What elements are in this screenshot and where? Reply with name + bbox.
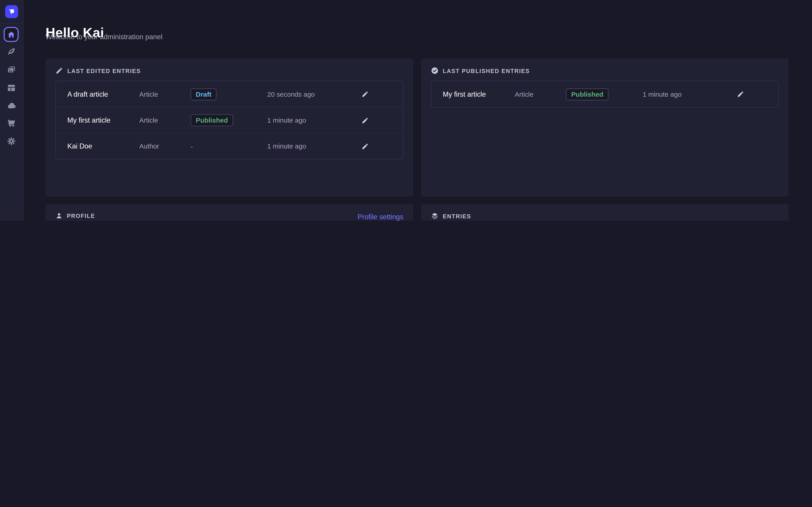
strapi-logo[interactable] (5, 5, 18, 18)
sidebar-item-deploy[interactable] (5, 99, 17, 112)
sidebar-item-media-library[interactable] (5, 64, 17, 76)
entry-name: A draft article (67, 90, 139, 98)
entry-type: Article (515, 90, 566, 98)
sidebar-item-content-manager[interactable] (5, 46, 17, 58)
panel-title: PROFILE (67, 213, 95, 219)
pencil-icon (55, 67, 63, 74)
layout-icon (7, 83, 16, 93)
logo-zone (0, 0, 23, 24)
panel-title: LAST EDITED ENTRIES (67, 68, 141, 74)
edit-entry-button[interactable] (362, 117, 369, 124)
last-edited-table: A draft article Article Draft 20 seconds… (55, 81, 404, 159)
strapi-logo-icon (7, 7, 16, 16)
pencil-icon (737, 91, 744, 98)
status-badge: Published (566, 88, 609, 100)
edit-entry-button[interactable] (362, 143, 369, 150)
panel-title: ENTRIES (443, 213, 471, 219)
status-badge: Draft (191, 88, 217, 100)
entries-panel: ENTRIES 3 entries Draft (421, 204, 789, 221)
main-content: Hello Kai Welcome to your administration… (23, 0, 812, 221)
pencil-icon (362, 143, 369, 150)
profile-panel: PROFILE Profile settings KD Kai Doe kai.… (46, 204, 413, 221)
feather-icon (7, 47, 16, 56)
entry-type: Article (139, 90, 191, 98)
entry-updated-time: 1 minute ago (643, 90, 721, 98)
table-row[interactable]: Kai Doe Author - 1 minute ago (56, 133, 403, 159)
profile-settings-link[interactable]: Profile settings (357, 213, 403, 221)
pencil-icon (362, 117, 369, 124)
strapi-admin-dashboard: KD Hello Kai Welcome to your administrat… (0, 0, 812, 221)
entry-updated-time: 1 minute ago (267, 142, 346, 150)
cloud-icon (6, 101, 16, 111)
stack-icon (431, 212, 439, 220)
gear-icon (7, 136, 16, 146)
home-icon (7, 30, 15, 39)
page-subtitle: Welcome to your administration panel (46, 33, 162, 41)
entry-updated-time: 1 minute ago (267, 116, 346, 124)
sidebar-item-marketplace[interactable] (5, 117, 17, 129)
table-row[interactable]: A draft article Article Draft 20 seconds… (56, 81, 403, 107)
person-icon (55, 212, 63, 219)
table-row[interactable]: My first article Article Published 1 min… (56, 107, 403, 133)
sidebar: KD (0, 0, 24, 221)
sidebar-item-content-type-builder[interactable] (5, 82, 17, 94)
entry-updated-time: 20 seconds ago (267, 90, 346, 98)
table-row[interactable]: My first article Article Published 1 min… (432, 81, 778, 107)
edit-entry-button[interactable] (737, 91, 744, 98)
entry-name: My first article (67, 116, 139, 124)
pencil-icon (362, 91, 369, 98)
last-published-table: My first article Article Published 1 min… (431, 81, 779, 108)
status-badge: - (191, 143, 193, 150)
entry-name: My first article (443, 90, 515, 98)
entry-type: Article (139, 116, 191, 124)
entry-name: Kai Doe (67, 142, 139, 150)
last-published-entries-panel: LAST PUBLISHED ENTRIES My first article … (421, 58, 789, 196)
media-library-icon (7, 65, 16, 74)
last-edited-entries-panel: LAST EDITED ENTRIES A draft article Arti… (46, 58, 413, 196)
entry-type: Author (139, 142, 191, 150)
check-circle-icon (431, 67, 439, 74)
panel-title: LAST PUBLISHED ENTRIES (443, 68, 530, 74)
edit-entry-button[interactable] (362, 91, 369, 98)
status-badge: Published (191, 114, 233, 126)
sidebar-item-settings[interactable] (5, 135, 17, 147)
cart-icon (7, 118, 16, 128)
sidebar-item-home[interactable] (4, 27, 19, 42)
